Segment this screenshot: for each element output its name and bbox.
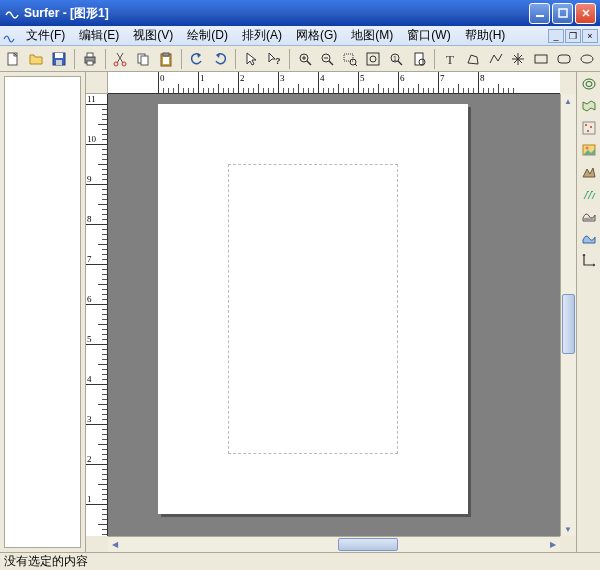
new-button[interactable] [2,48,24,70]
svg-rect-21 [367,53,379,65]
surface-button[interactable] [579,228,599,248]
scroll-right-arrow-icon[interactable]: ▶ [546,537,560,551]
svg-rect-14 [163,53,169,56]
menu-map[interactable]: 地图(M) [345,25,399,46]
polygon-tool-button[interactable] [462,48,484,70]
paste-button[interactable] [155,48,177,70]
menu-edit[interactable]: 编辑(E) [73,25,125,46]
scrollbar-v-thumb[interactable] [562,294,575,354]
cut-button[interactable] [110,48,132,70]
ruler-corner [86,72,108,94]
menu-arrange[interactable]: 排列(A) [236,25,288,46]
zoom-actual-button[interactable]: 1 [385,48,407,70]
mdi-restore-button[interactable]: ❐ [565,29,581,43]
svg-rect-15 [163,57,169,64]
svg-rect-5 [56,60,62,65]
zoom-window-button[interactable] [339,48,361,70]
menu-help[interactable]: 帮助(H) [459,25,512,46]
svg-rect-4 [55,53,63,58]
menu-grid[interactable]: 网格(G) [290,25,343,46]
svg-rect-7 [87,53,93,57]
svg-rect-8 [87,61,93,65]
rectangle-tool-button[interactable] [530,48,552,70]
post-map-button[interactable] [579,118,599,138]
print-button[interactable] [79,48,101,70]
canvas-area: 012345678 11109876543210 ▲ ▼ ◀ ▶ [86,72,576,552]
pointer-button[interactable] [240,48,262,70]
scrollbar-h-thumb[interactable] [338,538,398,551]
redo-button[interactable] [209,48,231,70]
scrollbar-horizontal[interactable]: ◀ ▶ [108,536,560,552]
svg-point-10 [122,62,126,66]
svg-text:?: ? [275,56,281,66]
svg-point-36 [587,130,589,132]
shaded-relief-button[interactable] [579,162,599,182]
ellipse-tool-button[interactable] [576,48,598,70]
ruler-vertical: 11109876543210 [86,94,108,536]
document-icon [2,29,16,43]
svg-text:1: 1 [393,55,397,62]
toolbar: ? 1 T [0,46,600,72]
scroll-down-arrow-icon[interactable]: ▼ [561,522,575,536]
object-manager-panel [0,72,86,552]
mdi-minimize-button[interactable]: _ [548,29,564,43]
help-pointer-button[interactable]: ? [263,48,285,70]
zoom-page-button[interactable] [408,48,430,70]
workspace: 012345678 11109876543210 ▲ ▼ ◀ ▶ [0,72,600,552]
scrollbar-vertical[interactable]: ▲ ▼ [560,94,576,536]
svg-point-22 [370,56,376,62]
svg-rect-0 [536,15,544,17]
symbol-tool-button[interactable] [508,48,530,70]
scroll-corner [560,536,576,552]
base-map-button[interactable] [579,96,599,116]
object-tree[interactable] [4,76,81,548]
app-icon [4,5,20,21]
zoom-in-button[interactable] [294,48,316,70]
margin-guide [228,164,398,454]
svg-rect-29 [558,55,570,63]
svg-rect-19 [344,54,353,61]
menu-draw[interactable]: 绘制(D) [181,25,234,46]
ruler-horizontal: 012345678 [108,72,560,94]
scroll-up-arrow-icon[interactable]: ▲ [561,94,575,108]
svg-rect-28 [535,55,547,63]
status-text: 没有选定的内容 [4,553,88,570]
save-button[interactable] [48,48,70,70]
svg-point-32 [586,82,592,87]
copy-button[interactable] [132,48,154,70]
drawing-viewport[interactable] [108,94,560,536]
open-button[interactable] [25,48,47,70]
zoom-out-button[interactable] [317,48,339,70]
text-tool-button[interactable]: T [439,48,461,70]
maximize-button[interactable] [552,3,573,24]
svg-point-34 [585,124,587,126]
svg-rect-1 [559,9,567,17]
menu-file[interactable]: 文件(F) [20,25,71,46]
vector-map-button[interactable] [579,184,599,204]
image-map-button[interactable] [579,140,599,160]
contour-map-button[interactable] [579,74,599,94]
undo-button[interactable] [186,48,208,70]
polyline-tool-button[interactable] [485,48,507,70]
axis-button[interactable] [579,250,599,270]
svg-rect-12 [141,56,148,65]
svg-point-31 [583,79,595,89]
menu-view[interactable]: 视图(V) [127,25,179,46]
page[interactable] [158,104,468,514]
statusbar: 没有选定的内容 [0,552,600,570]
svg-rect-33 [583,122,595,134]
minimize-button[interactable] [529,3,550,24]
zoom-fit-button[interactable] [362,48,384,70]
svg-point-30 [581,55,593,63]
scroll-left-arrow-icon[interactable]: ◀ [108,537,122,551]
close-button[interactable] [575,3,596,24]
svg-point-9 [114,62,118,66]
menubar: 文件(F) 编辑(E) 视图(V) 绘制(D) 排列(A) 网格(G) 地图(M… [0,26,600,46]
mdi-close-button[interactable]: × [582,29,598,43]
menu-window[interactable]: 窗口(W) [401,25,456,46]
svg-point-35 [590,126,592,128]
wireframe-button[interactable] [579,206,599,226]
rounded-rect-tool-button[interactable] [553,48,575,70]
svg-text:T: T [446,52,454,67]
map-toolbar [576,72,600,552]
